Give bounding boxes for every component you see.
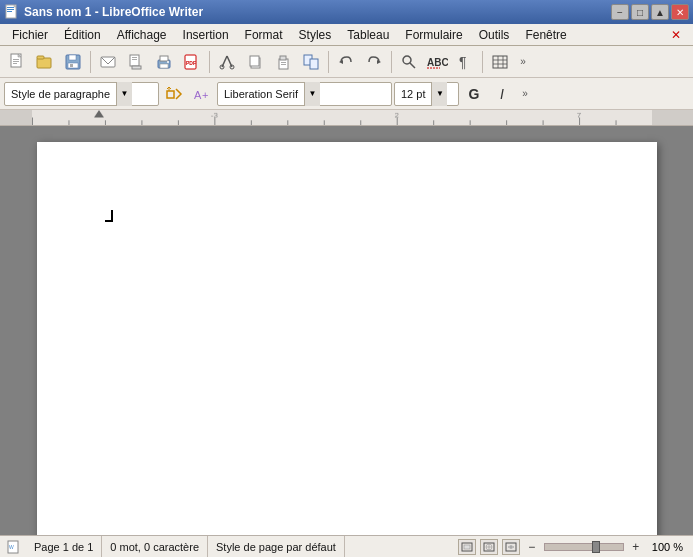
pdf-button[interactable]: PDF — [179, 49, 205, 75]
close-menu-button[interactable]: ✕ — [663, 26, 689, 44]
separator-3 — [328, 51, 329, 73]
spellcheck-button[interactable]: ABC — [424, 49, 450, 75]
svg-point-24 — [167, 61, 169, 63]
cut-button[interactable] — [214, 49, 240, 75]
menu-fenetre[interactable]: Fenêtre — [517, 26, 574, 44]
svg-text:¶: ¶ — [459, 54, 467, 70]
menu-formulaire[interactable]: Formulaire — [397, 26, 470, 44]
svg-point-41 — [403, 56, 411, 64]
formatting-more[interactable]: » — [517, 81, 533, 107]
print-button[interactable] — [151, 49, 177, 75]
find-button[interactable] — [396, 49, 422, 75]
font-size-arrow[interactable]: ▼ — [431, 82, 447, 106]
svg-rect-36 — [281, 64, 286, 65]
status-icon: W — [6, 539, 22, 555]
svg-rect-23 — [160, 64, 168, 68]
standard-toolbar: PDF — [0, 46, 693, 78]
new-button[interactable] — [4, 49, 30, 75]
document-area[interactable] — [0, 126, 693, 535]
save-button[interactable] — [60, 49, 86, 75]
paragraph-style-dropdown[interactable]: Style de paragraphe ▼ — [4, 82, 159, 106]
redo-button[interactable] — [361, 49, 387, 75]
svg-text:W: W — [9, 544, 14, 550]
svg-text:ABC: ABC — [427, 57, 448, 68]
email-button[interactable] — [95, 49, 121, 75]
window-controls[interactable]: − □ ▲ ✕ — [611, 4, 689, 20]
svg-line-42 — [410, 63, 415, 68]
ruler-canvas — [0, 110, 693, 125]
maximize-button[interactable]: ▲ — [651, 4, 669, 20]
table-button[interactable] — [487, 49, 513, 75]
page-style: Style de page par défaut — [208, 536, 345, 557]
svg-rect-46 — [493, 56, 507, 68]
svg-rect-8 — [13, 61, 19, 62]
menu-styles[interactable]: Styles — [291, 26, 340, 44]
svg-rect-57 — [464, 545, 470, 549]
paste-button[interactable] — [270, 49, 296, 75]
clone-button[interactable] — [298, 49, 324, 75]
page-info: Page 1 de 1 — [26, 536, 102, 557]
font-size-label: 12 pt — [395, 88, 431, 100]
toolbar1-more[interactable]: » — [515, 49, 531, 75]
separator-2 — [209, 51, 210, 73]
svg-rect-38 — [310, 59, 318, 69]
close-button[interactable]: ✕ — [671, 4, 689, 20]
menubar: Fichier Édition Affichage Insertion Form… — [0, 24, 693, 46]
separator-4 — [391, 51, 392, 73]
svg-text:PDF: PDF — [186, 60, 196, 66]
svg-rect-22 — [160, 56, 168, 61]
svg-rect-1 — [7, 7, 14, 8]
titlebar-left: Sans nom 1 - LibreOffice Writer — [4, 4, 203, 20]
document-page[interactable] — [37, 142, 657, 535]
new-style-button[interactable]: A + — [189, 81, 215, 107]
svg-rect-35 — [281, 62, 286, 63]
statusbar: W Page 1 de 1 0 mot, 0 caractère Style d… — [0, 535, 693, 557]
nonprint-chars-button[interactable]: ¶ — [452, 49, 478, 75]
word-count: 0 mot, 0 caractère — [102, 536, 208, 557]
svg-rect-19 — [132, 57, 137, 58]
view-readonly-button[interactable] — [502, 539, 520, 555]
view-normal-button[interactable] — [458, 539, 476, 555]
font-dropdown[interactable]: Liberation Serif ▼ — [217, 82, 392, 106]
print-preview-button[interactable] — [123, 49, 149, 75]
paragraph-style-label: Style de paragraphe — [5, 88, 116, 100]
font-size-dropdown[interactable]: 12 pt ▼ — [394, 82, 459, 106]
zoom-minus-button[interactable]: − — [524, 539, 540, 555]
view-web-button[interactable] — [480, 539, 498, 555]
undo-button[interactable] — [333, 49, 359, 75]
paragraph-style-arrow[interactable]: ▼ — [116, 82, 132, 106]
open-button[interactable] — [32, 49, 58, 75]
svg-rect-7 — [13, 59, 19, 60]
menu-edition[interactable]: Édition — [56, 26, 109, 44]
minimize-button[interactable]: − — [611, 4, 629, 20]
restore-button[interactable]: □ — [631, 4, 649, 20]
menu-tableau[interactable]: Tableau — [339, 26, 397, 44]
style-update-button[interactable] — [161, 81, 187, 107]
italic-button[interactable]: I — [489, 81, 515, 107]
menu-fichier[interactable]: Fichier — [4, 26, 56, 44]
zoom-slider[interactable] — [544, 543, 624, 551]
window-title: Sans nom 1 - LibreOffice Writer — [24, 5, 203, 19]
zoom-thumb[interactable] — [592, 541, 600, 553]
svg-rect-3 — [7, 11, 12, 12]
svg-text:A: A — [194, 89, 202, 101]
svg-rect-13 — [69, 55, 76, 60]
svg-rect-11 — [37, 56, 44, 59]
text-cursor — [105, 210, 113, 222]
titlebar: Sans nom 1 - LibreOffice Writer − □ ▲ ✕ — [0, 0, 693, 24]
menu-insertion[interactable]: Insertion — [175, 26, 237, 44]
menu-format[interactable]: Format — [237, 26, 291, 44]
svg-rect-17 — [130, 55, 139, 66]
menu-affichage[interactable]: Affichage — [109, 26, 175, 44]
font-arrow[interactable]: ▼ — [304, 82, 320, 106]
font-label: Liberation Serif — [218, 88, 304, 100]
svg-point-63 — [509, 545, 512, 548]
separator-1 — [90, 51, 91, 73]
svg-rect-2 — [7, 9, 14, 10]
ruler — [0, 110, 693, 126]
bold-button[interactable]: G — [461, 81, 487, 107]
copy-button[interactable] — [242, 49, 268, 75]
menu-outils[interactable]: Outils — [471, 26, 518, 44]
zoom-plus-button[interactable]: + — [628, 539, 644, 555]
svg-rect-51 — [167, 91, 174, 98]
